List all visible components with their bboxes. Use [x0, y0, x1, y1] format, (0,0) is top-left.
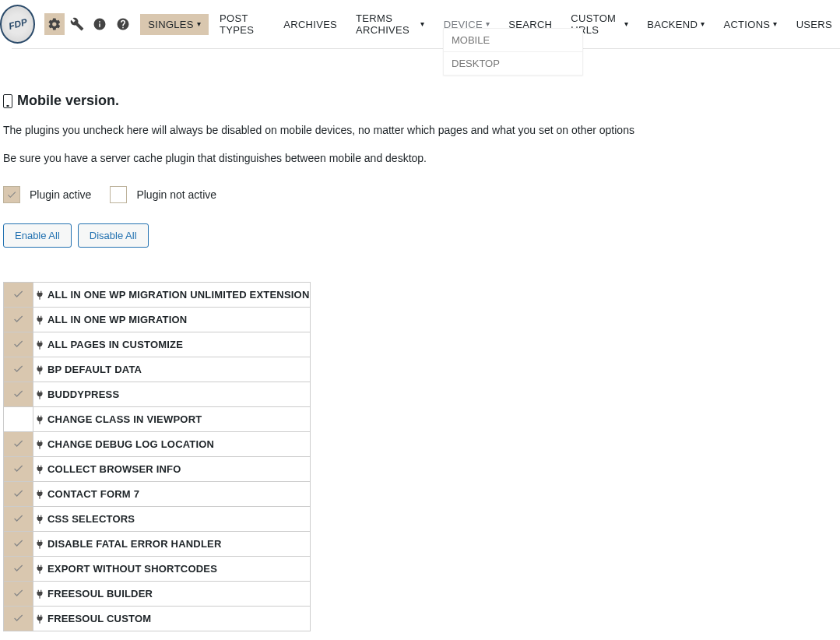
plugin-name: ALL PAGES IN CUSTOMIZE [47, 339, 183, 350]
plugin-name-cell[interactable]: CONTACT FORM 7 [33, 482, 311, 507]
plugin-checkbox[interactable] [4, 332, 33, 357]
nav-terms-archives[interactable]: TERMS ARCHIVES ▾ [348, 8, 433, 40]
plugin-name-cell[interactable]: FREESOUL BUILDER [33, 582, 311, 607]
plug-icon [33, 464, 46, 475]
nav-post-types[interactable]: POST TYPES [212, 8, 272, 40]
table-row: DISABLE FATAL ERROR HANDLER [4, 532, 311, 557]
legend-inactive-box [110, 186, 127, 203]
nav-terms-archives-label: TERMS ARCHIVES [356, 12, 417, 36]
help-icon[interactable] [113, 13, 132, 35]
nav-archives[interactable]: ARCHIVES [276, 14, 345, 35]
legend-inactive-label: Plugin not active [136, 188, 216, 201]
dropdown-desktop[interactable]: DESKTOP [444, 52, 582, 75]
table-row: CHANGE CLASS IN VIEWPORT [4, 407, 311, 432]
caret-down-icon: ▾ [624, 20, 628, 28]
description-2: Be sure you have a server cache plugin t… [3, 151, 837, 167]
caret-down-icon: ▾ [701, 20, 705, 28]
plugin-checkbox[interactable] [4, 407, 33, 432]
dropdown-mobile[interactable]: MOBILE [444, 29, 582, 52]
wrench-icon[interactable] [68, 13, 87, 35]
table-row: ALL IN ONE WP MIGRATION UNLIMITED EXTENS… [4, 283, 311, 308]
plugin-name-cell[interactable]: BP DEFAULT DATA [33, 357, 311, 382]
plug-icon [33, 614, 46, 624]
plugin-checkbox[interactable] [4, 382, 33, 407]
nav-singles[interactable]: SINGLES ▾ [140, 14, 209, 35]
plugin-name-cell[interactable]: DISABLE FATAL ERROR HANDLER [33, 532, 311, 557]
table-row: ALL IN ONE WP MIGRATION [4, 308, 311, 332]
logo-text: FDP [3, 10, 32, 39]
plugin-checkbox[interactable] [4, 432, 33, 457]
info-icon[interactable] [90, 13, 110, 35]
caret-down-icon: ▾ [197, 20, 201, 28]
plug-icon [33, 414, 46, 425]
plugin-name-cell[interactable]: ALL IN ONE WP MIGRATION [33, 308, 311, 332]
nav-users-label: USERS [796, 19, 832, 30]
plug-icon [33, 514, 46, 525]
bulk-actions: Enable All Disable All [3, 223, 837, 248]
table-row: CSS SELECTORS [4, 507, 311, 532]
plugin-name-cell[interactable]: CHANGE DEBUG LOG LOCATION [33, 432, 311, 457]
plugin-name-cell[interactable]: COLLECT BROWSER INFO [33, 457, 311, 482]
plugin-name: CONTACT FORM 7 [47, 488, 139, 500]
caret-down-icon: ▾ [486, 20, 490, 28]
plugin-name: ALL IN ONE WP MIGRATION UNLIMITED EXTENS… [47, 289, 310, 301]
page-title: Mobile version. [3, 93, 837, 109]
plug-icon [33, 564, 46, 575]
nav-singles-label: SINGLES [148, 19, 193, 30]
caret-down-icon: ▾ [773, 20, 777, 28]
plugin-checkbox[interactable] [4, 357, 33, 382]
nav-backend-label: BACKEND [647, 19, 698, 30]
plugin-name-cell[interactable]: ALL PAGES IN CUSTOMIZE [33, 332, 311, 357]
top-bar: FDP SINGLES ▾ POST TYPES ARCHIVES TERMS … [0, 0, 840, 48]
plug-icon [33, 539, 46, 550]
plug-icon [33, 315, 46, 325]
plugin-name: CHANGE DEBUG LOG LOCATION [47, 438, 214, 450]
plugin-name: DISABLE FATAL ERROR HANDLER [47, 538, 222, 550]
plugin-checkbox[interactable] [4, 507, 33, 532]
plugin-checkbox[interactable] [4, 482, 33, 507]
page-title-text: Mobile version. [17, 93, 119, 109]
nav-backend[interactable]: BACKEND ▾ [639, 14, 712, 35]
plug-icon [33, 439, 46, 450]
plugin-checkbox[interactable] [4, 557, 33, 582]
enable-all-button[interactable]: Enable All [3, 223, 72, 248]
plugin-checkbox[interactable] [4, 457, 33, 482]
caret-down-icon: ▾ [420, 20, 424, 28]
table-row: CONTACT FORM 7 [4, 482, 311, 507]
plugin-name-cell[interactable]: CSS SELECTORS [33, 507, 311, 532]
plugin-name: ALL IN ONE WP MIGRATION [47, 314, 187, 325]
legend-active-label: Plugin active [30, 188, 91, 201]
nav-archives-label: ARCHIVES [283, 19, 337, 30]
logo: FDP [0, 5, 35, 44]
plugin-checkbox[interactable] [4, 607, 33, 631]
table-row: EXPORT WITHOUT SHORTCODES [4, 557, 311, 582]
plugin-checkbox[interactable] [4, 532, 33, 557]
plugin-name: CHANGE CLASS IN VIEWPORT [47, 413, 202, 425]
plug-icon [33, 339, 46, 350]
legend: Plugin active Plugin not active [3, 186, 837, 203]
legend-active: Plugin active [3, 186, 91, 203]
plugin-checkbox[interactable] [4, 582, 33, 607]
plugin-name-cell[interactable]: CHANGE CLASS IN VIEWPORT [33, 407, 311, 432]
table-row: BP DEFAULT DATA [4, 357, 311, 382]
disable-all-button[interactable]: Disable All [78, 223, 149, 248]
table-row: CHANGE DEBUG LOG LOCATION [4, 432, 311, 457]
plug-icon [33, 389, 46, 400]
plugin-name-cell[interactable]: BUDDYPRESS [33, 382, 311, 407]
nav-users[interactable]: USERS [789, 14, 840, 35]
description-1: The plugins you uncheck here will always… [3, 123, 837, 139]
mobile-icon [3, 94, 12, 108]
plugin-checkbox[interactable] [4, 308, 33, 332]
nav-actions-label: ACTIONS [723, 19, 770, 30]
nav-actions[interactable]: ACTIONS ▾ [715, 14, 785, 35]
settings-icon[interactable] [44, 13, 64, 35]
page-content: Mobile version. The plugins you uncheck … [0, 49, 840, 631]
plugin-name-cell[interactable]: EXPORT WITHOUT SHORTCODES [33, 557, 311, 582]
table-row: COLLECT BROWSER INFO [4, 457, 311, 482]
plugin-name-cell[interactable]: FREESOUL CUSTOM [33, 607, 311, 631]
plugin-name-cell[interactable]: ALL IN ONE WP MIGRATION UNLIMITED EXTENS… [33, 283, 311, 308]
table-row: BUDDYPRESS [4, 382, 311, 407]
table-row: ALL PAGES IN CUSTOMIZE [4, 332, 311, 357]
plug-icon [33, 364, 46, 375]
plugin-checkbox[interactable] [4, 283, 33, 308]
